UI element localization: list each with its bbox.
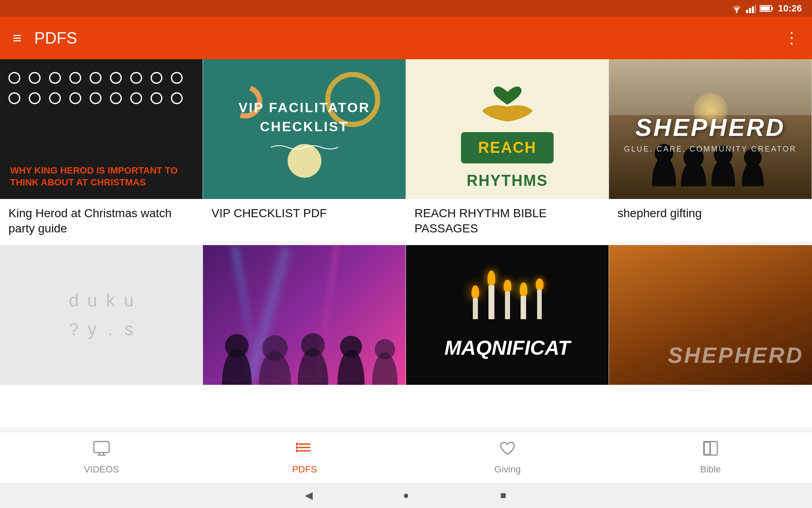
card-king-herod[interactable]: WHY KING HEROD IS IMPORTANT TO THINK ABO… (0, 59, 203, 245)
letter-k: k (106, 290, 115, 311)
svg-point-0 (736, 11, 738, 13)
thumb-amber: SHEPHERD (609, 245, 812, 385)
card-title-candles (406, 385, 609, 427)
shepherd-thumb-title: SHEPHERD (635, 113, 785, 141)
nav-label-giving: Giving (494, 464, 521, 475)
status-time: 10:26 (778, 3, 802, 14)
hamburger-menu-icon[interactable]: ≡ (13, 29, 22, 47)
monitor-icon (93, 440, 110, 461)
concert-people-silhouettes (203, 300, 406, 385)
svg-rect-1 (746, 10, 748, 13)
thumb-shepherd-gifting: SHEPHERD GLUE. CARE. COMMUNITY CREATOR (609, 59, 812, 199)
letter-dot: . (106, 319, 115, 340)
recents-icon: ■ (500, 489, 507, 501)
letters-grid: d u k u ? y . s (60, 282, 142, 348)
heart-hands-icon (474, 69, 541, 124)
vip-title-line2: CHECKLIST (239, 117, 370, 136)
signal-icon (746, 4, 756, 13)
card-shepherd-gifting[interactable]: SHEPHERD GLUE. CARE. COMMUNITY CREATOR s… (609, 59, 812, 245)
thumb-concert (203, 245, 406, 385)
nav-item-videos[interactable]: VIDEOS (0, 440, 203, 475)
letter-d: d (69, 290, 79, 311)
vip-text-container: VIP FACILITATOR CHECKLIST (239, 98, 370, 160)
amber-thumbnail-text: SHEPHERD (668, 342, 804, 368)
letter-s: s (124, 319, 134, 340)
svg-rect-3 (752, 6, 754, 13)
thumb-candles: MAQNIFICAT (406, 245, 609, 385)
card-title-reach: REACH RHYTHM BIBLE PASSAGES (406, 199, 609, 245)
card-title-concert (203, 385, 406, 427)
vip-title-line1: VIP FACILITATOR (239, 98, 370, 117)
more-options-icon[interactable]: ⋮ (784, 29, 799, 47)
home-icon: ● (403, 489, 409, 501)
svg-point-33 (296, 443, 298, 445)
svg-rect-6 (771, 7, 773, 10)
back-button[interactable]: ◀ (302, 489, 315, 502)
nav-label-bible: Bible (700, 464, 721, 475)
svg-rect-38 (705, 442, 710, 454)
card-vip-checklist[interactable]: VIP FACILITATOR CHECKLIST VIP CHECKLIST … (203, 59, 406, 245)
nav-label-pdfs: PDFS (292, 464, 317, 475)
svg-point-23 (340, 336, 362, 358)
svg-point-35 (296, 450, 298, 452)
svg-point-19 (262, 335, 288, 361)
card-letters[interactable]: d u k u ? y . s (0, 245, 203, 427)
status-icons (731, 4, 773, 13)
book-icon (702, 440, 719, 461)
letter-y: y (87, 319, 97, 340)
system-navigation-bar: ◀ ● ■ (0, 483, 812, 508)
heart-icon (499, 440, 516, 461)
card-reach-rhythms[interactable]: REACH RHYTHMS REACH RHYTHM BIBLE PASSAGE… (406, 59, 609, 245)
battery-icon (760, 5, 773, 12)
herod-dots-decoration (0, 59, 203, 174)
svg-point-17 (225, 334, 249, 358)
pdf-grid: WHY KING HEROD IS IMPORTANT TO THINK ABO… (0, 59, 812, 427)
status-bar: 10:26 (0, 0, 812, 17)
list-icon (296, 440, 313, 461)
nav-item-bible[interactable]: Bible (609, 440, 812, 475)
main-content: WHY KING HEROD IS IMPORTANT TO THINK ABO… (0, 59, 812, 432)
thumb-reach-rhythms: REACH RHYTHMS (406, 59, 609, 199)
nav-label-videos: VIDEOS (84, 464, 119, 475)
candle-1 (472, 285, 479, 319)
herod-thumbnail-text: WHY KING HEROD IS IMPORTANT TO THINK ABO… (10, 165, 192, 189)
recents-button[interactable]: ■ (497, 489, 510, 502)
thumb-king-herod: WHY KING HEROD IS IMPORTANT TO THINK ABO… (0, 59, 203, 199)
candle-flames-group (472, 271, 543, 319)
letter-question: ? (69, 319, 79, 340)
svg-rect-7 (760, 6, 770, 11)
vip-wave-decoration (271, 143, 338, 152)
card-candles[interactable]: MAQNIFICAT (406, 245, 609, 427)
nav-item-pdfs[interactable]: PDFS (203, 440, 406, 475)
card-title-king-herod: King Herod at Christmas watch party guid… (0, 199, 203, 245)
reach-label: REACH (461, 132, 553, 163)
shepherd-thumb-subtitle: GLUE. CARE. COMMUNITY CREATOR (624, 145, 796, 154)
card-amber[interactable]: SHEPHERD (609, 245, 812, 427)
candle-4 (520, 282, 527, 319)
rhythms-label: RHYTHMS (467, 172, 548, 190)
card-concert[interactable] (203, 245, 406, 427)
home-button[interactable]: ● (400, 489, 412, 502)
candle-thumbnail-text: MAQNIFICAT (406, 336, 609, 359)
toolbar-title: PDFS (34, 29, 784, 47)
candle-2 (488, 271, 495, 319)
letter-u2: u (124, 290, 134, 311)
candle-5 (536, 279, 543, 319)
bottom-navigation: VIDEOS PDFS Giving (0, 432, 812, 483)
wifi-icon (731, 4, 743, 13)
svg-point-25 (375, 339, 395, 359)
svg-rect-26 (94, 442, 109, 453)
nav-item-giving[interactable]: Giving (406, 440, 609, 475)
card-title-shepherd: shepherd gifting (609, 199, 812, 241)
card-title-amber (609, 385, 812, 427)
thumb-letters: d u k u ? y . s (0, 245, 203, 385)
svg-rect-2 (749, 8, 751, 13)
svg-rect-4 (755, 5, 756, 13)
thumb-vip-checklist: VIP FACILITATOR CHECKLIST (203, 59, 406, 199)
letter-u: u (87, 290, 97, 311)
candle-3 (504, 280, 511, 319)
card-title-vip: VIP CHECKLIST PDF (203, 199, 406, 241)
svg-point-34 (296, 446, 298, 449)
card-title-letters (0, 385, 203, 427)
toolbar: ≡ PDFS ⋮ (0, 17, 812, 59)
